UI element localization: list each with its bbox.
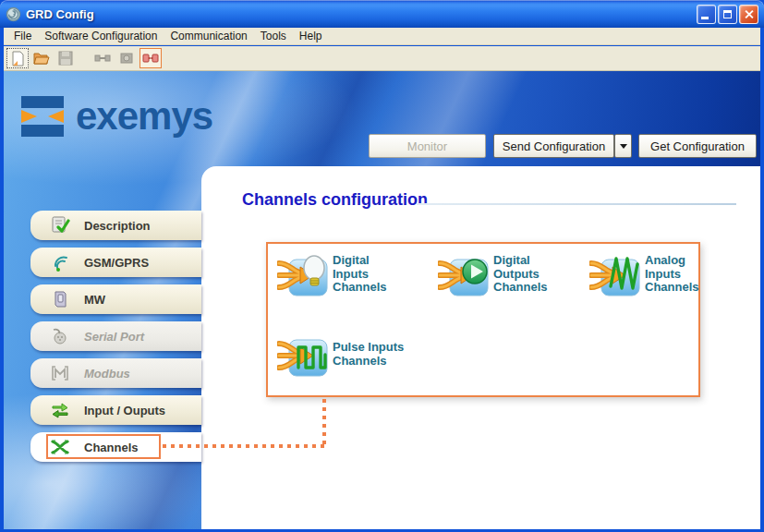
sidebar-item-label: MW	[84, 293, 105, 307]
pulse-inputs-label: Pulse Inputs Channels	[333, 341, 408, 368]
connector-dotted-horizontal	[163, 444, 326, 448]
page-title: Channels configuration	[242, 190, 428, 210]
sidebar-item-label: Description	[84, 219, 151, 233]
disconnect-icon	[142, 52, 159, 65]
menu-file[interactable]: File	[7, 29, 38, 43]
main-area: exemys Monitor Send Configuration Get Co…	[4, 71, 760, 529]
device-settings-icon	[119, 51, 134, 66]
minimize-button[interactable]	[697, 5, 716, 24]
app-window: GRD Config File Software Configuration C…	[0, 0, 764, 532]
sidebar-item-label: Input / Ouputs	[84, 404, 165, 417]
analog-inputs-label: Analog Inputs Channels	[645, 254, 721, 295]
channels-panel: Digital Inputs Channels	[266, 242, 700, 397]
exemys-logo-mark	[17, 91, 68, 141]
send-configuration-button[interactable]: Send Configuration	[493, 134, 614, 158]
sidebar-item-label: Modbus	[84, 367, 130, 381]
digital-inputs-icon	[277, 248, 331, 301]
digital-outputs-channels-item[interactable]: Digital Outputs Channels	[438, 248, 569, 301]
maximize-button[interactable]	[718, 5, 737, 24]
digital-outputs-icon	[438, 248, 491, 301]
get-configuration-label: Get Configuration	[650, 139, 745, 153]
menu-communication[interactable]: Communication	[164, 29, 253, 43]
sidebar-item-serial-port[interactable]: Serial Port	[30, 321, 201, 351]
signal-icon	[50, 252, 70, 272]
monitor-button-label: Monitor	[407, 139, 447, 153]
arrows-exchange-icon	[50, 400, 70, 420]
heading-divider	[417, 203, 736, 205]
sidebar-item-label: Serial Port	[84, 330, 144, 344]
connector-dotted-vertical	[322, 399, 326, 447]
save-button[interactable]	[55, 48, 77, 68]
digital-inputs-label: Digital Inputs Channels	[333, 254, 408, 295]
serial-connector-icon	[50, 326, 70, 346]
maximize-icon	[723, 10, 732, 18]
close-button[interactable]	[739, 5, 758, 24]
digital-outputs-label: Digital Outputs Channels	[493, 254, 569, 295]
sidebar-item-description[interactable]: Description	[30, 211, 201, 240]
sidebar-item-mw[interactable]: MW	[30, 284, 201, 314]
device-settings-button[interactable]	[115, 48, 138, 68]
analog-inputs-icon	[589, 248, 643, 301]
connect-icon	[94, 52, 111, 65]
menu-help[interactable]: Help	[293, 29, 329, 43]
brand-logo-text: exemys	[76, 97, 212, 136]
new-file-button[interactable]	[6, 48, 29, 68]
sidebar-item-gsm-gprs[interactable]: GSM/GPRS	[30, 248, 201, 277]
minimize-icon	[701, 17, 709, 19]
window-title: GRD Config	[26, 7, 697, 21]
pulse-inputs-channels-item[interactable]: Pulse Inputs Channels	[277, 328, 408, 381]
get-configuration-button[interactable]: Get Configuration	[638, 134, 757, 158]
sidebar-item-modbus[interactable]: Modbus	[30, 358, 201, 388]
monitor-button[interactable]: Monitor	[369, 134, 486, 158]
save-icon	[58, 51, 73, 66]
modbus-icon	[50, 363, 70, 383]
toolbar	[4, 46, 760, 71]
new-file-icon	[10, 51, 26, 66]
chevron-down-icon	[620, 144, 627, 149]
title-bar: GRD Config	[0, 0, 764, 28]
device-icon	[50, 289, 70, 309]
menu-bar: File Software Configuration Communicatio…	[4, 28, 760, 45]
menu-software-configuration[interactable]: Software Configuration	[38, 29, 164, 43]
sidebar-item-input-outputs[interactable]: Input / Ouputs	[30, 395, 201, 425]
digital-inputs-channels-item[interactable]: Digital Inputs Channels	[277, 248, 408, 301]
send-configuration-label: Send Configuration	[503, 139, 605, 153]
notes-check-icon	[50, 215, 70, 236]
send-configuration-dropdown-button[interactable]	[614, 134, 632, 158]
app-icon	[6, 6, 21, 22]
open-file-button[interactable]	[30, 48, 53, 68]
sidebar-item-label: GSM/GPRS	[84, 256, 149, 270]
disconnect-button[interactable]	[139, 48, 162, 68]
brand-logo: exemys	[17, 91, 212, 141]
close-icon	[744, 9, 754, 19]
analog-inputs-channels-item[interactable]: Analog Inputs Channels	[589, 248, 721, 301]
channels-highlight-box	[46, 434, 161, 459]
connect-button[interactable]	[91, 48, 114, 68]
pulse-inputs-icon	[277, 328, 331, 381]
open-folder-icon	[33, 51, 50, 66]
content-panel: Channels configuration	[201, 166, 760, 529]
menu-tools[interactable]: Tools	[254, 29, 293, 43]
